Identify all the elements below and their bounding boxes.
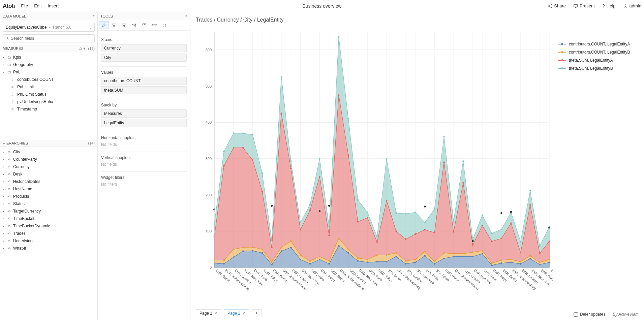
top-menu: File Edit Insert [21,3,59,8]
tools-panel: TOOLS « X/Y { } X axis CurrencyCity Valu… [98,12,190,320]
tree-item[interactable]: ▸#PnL Limit [3,83,95,91]
edit-tool-button[interactable] [99,21,109,29]
svg-point-116 [395,230,397,232]
tree-item[interactable]: ▸Geography [3,61,95,68]
svg-point-210 [472,240,474,242]
svg-point-140 [280,247,282,248]
tree-item[interactable]: ▸Kpis [3,54,95,61]
footer-right: Defer updates By ActiveViam [574,312,639,317]
svg-point-157 [443,252,445,254]
tree-item[interactable]: ▸PnL [3,68,95,76]
svg-point-119 [424,229,426,231]
tree-item[interactable]: ▸#pv.UnderlyingsRatio [3,98,95,105]
svg-point-108 [319,176,320,178]
tree-item[interactable]: ▸CounterParty [3,156,95,163]
svg-point-163 [501,259,502,261]
svg-point-198 [491,264,493,266]
tree-item[interactable]: ▸City [3,148,95,156]
user-button[interactable]: admin [623,3,641,8]
menu-insert[interactable]: Insert [48,3,59,8]
data-model-panel: DATA MODEL « EquityDerivativesCube - Ran… [0,12,98,320]
chart-legend: contributors.COUNT, LegalEntityAcontribu… [553,25,639,305]
svg-point-206 [271,205,273,207]
search-field[interactable] [3,34,95,42]
collapse-icon[interactable]: « [185,14,187,18]
filter-tool-button[interactable] [109,21,119,29]
xy-tool-button[interactable]: X/Y [149,21,159,29]
tree-item[interactable]: ▸Underlyings [3,237,95,245]
legend-item[interactable]: theta.SUM, LegalEntityA [558,58,639,63]
collapse-icon[interactable]: « [93,14,95,18]
svg-point-71 [309,204,311,205]
tree-item[interactable]: ▸HostName [3,185,95,193]
brackets-tool-button[interactable]: { } [159,21,170,29]
tree-item[interactable]: ▸Products [3,193,95,200]
chip[interactable]: Measures [101,109,187,118]
add-page-button[interactable]: + [252,309,262,317]
present-button[interactable]: Present [573,3,595,8]
tree-item[interactable]: ▸#Timestamp [3,105,95,113]
filter2-tool-button[interactable] [119,21,129,29]
vsub-label: Vertical subplots [101,155,187,160]
tree-item[interactable]: ▸Currency [3,163,95,170]
tree-item[interactable]: ▸Desk [3,170,95,178]
tab-page-1[interactable]: Page 1✕ [196,309,221,317]
svg-point-208 [328,205,330,207]
svg-point-162 [491,262,493,264]
search-input[interactable] [11,36,92,41]
svg-point-156 [434,261,435,262]
tree-item[interactable]: ▸What-If [3,245,95,252]
tree-item[interactable]: ▸Trades [3,230,95,237]
tree-item[interactable]: ▸#PnL Limit Status [3,91,95,98]
xaxis-label: X axis [101,37,187,42]
chip[interactable]: Currency [101,44,187,52]
svg-point-111 [347,154,349,156]
cube-select[interactable]: EquityDerivativesCube - Ranch 6.0 ⌄ [3,23,95,32]
help-button[interactable]: ? Help [602,3,616,8]
menu-edit[interactable]: Edit [34,3,41,8]
search-icon [5,36,9,40]
svg-point-153 [405,260,407,262]
svg-point-120 [434,232,435,233]
svg-point-151 [386,254,388,256]
tree-item[interactable]: ▸Status [3,200,95,207]
tree-item[interactable]: ▸#contributors.COUNT [3,76,95,83]
close-icon[interactable]: ✕ [242,311,245,316]
legend-item[interactable]: theta.SUM, LegalEntityB [558,66,639,71]
menu-file[interactable]: File [21,3,28,8]
svg-point-144 [319,256,320,257]
share-button[interactable]: Share [548,3,566,8]
tree-item[interactable]: ▸HistoricalDates [3,178,95,185]
chip[interactable]: contributors.COUNT [101,77,187,85]
tools-header: TOOLS « [98,12,190,20]
tab-page-2[interactable]: Page 2✕ [224,309,249,317]
svg-point-183 [347,252,349,254]
data-model-header: DATA MODEL « [0,12,97,20]
svg-point-174 [262,252,263,254]
chip[interactable]: LegalEntity [101,119,187,127]
svg-point-81 [405,213,407,215]
legend-item[interactable]: contributors.COUNT, LegalEntityB [558,50,639,55]
chip[interactable]: theta.SUM [101,86,187,94]
tree-item[interactable]: ▸TimeBucket [3,215,95,222]
svg-point-192 [434,263,435,265]
legend-item[interactable]: contributors.COUNT, LegalEntityA [558,42,639,46]
tree-item[interactable]: ▸TargetCurrency [3,207,95,215]
svg-point-66 [262,172,263,174]
sliders-tool-button[interactable] [129,21,139,29]
chip[interactable]: City [101,54,187,62]
grid-tool-button[interactable] [139,21,149,29]
no-fields-text: No fields [101,142,187,147]
svg-point-207 [319,210,321,212]
svg-point-77 [367,212,368,213]
svg-point-103 [271,247,273,248]
close-icon[interactable]: ✕ [214,311,217,316]
svg-point-191 [424,255,426,257]
tree-item[interactable]: ▸TimeBucketDynamic [3,222,95,230]
stack-label: Stack by [101,103,187,107]
credit-text: By ActiveViam [613,312,639,317]
defer-updates-checkbox[interactable]: Defer updates [574,312,605,317]
svg-point-70 [300,222,301,223]
fx-button[interactable]: fx + [79,46,85,51]
svg-point-106 [300,229,301,231]
